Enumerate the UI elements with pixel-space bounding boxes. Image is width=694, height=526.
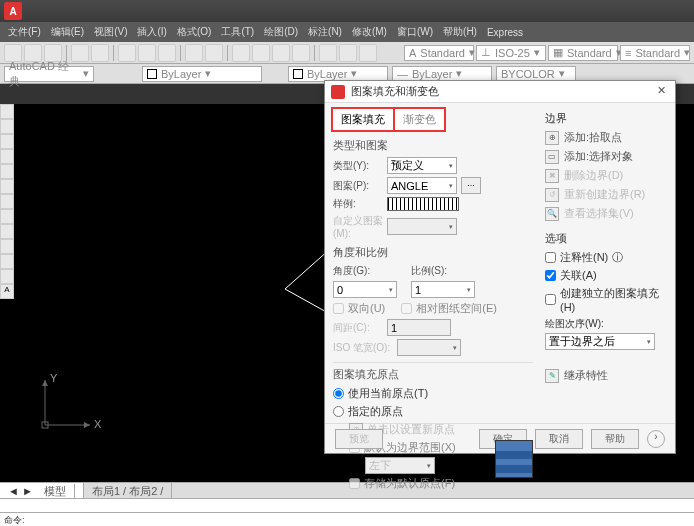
scale-dropdown[interactable]: 1▾ [411,281,475,298]
extents-dropdown: 左下▾ [365,457,435,474]
pick-icon: ⊕ [545,131,559,145]
tab-gradient[interactable]: 渐变色 [395,107,446,132]
pattern-browse-button[interactable]: ... [461,177,481,194]
inherit-button[interactable]: ✎继承特性 [545,368,667,383]
add-pickpoints-button[interactable]: ⊕添加:拾取点 [545,130,667,145]
dimstyle-dd[interactable]: ⊥ISO-25▾ [476,45,546,61]
workspace-dd[interactable]: AutoCAD 经典▾ [4,66,94,82]
tb-a[interactable] [319,44,337,62]
tb-copy[interactable] [138,44,156,62]
annotative-checkbox[interactable]: 注释性(N) ⓘ [545,250,667,265]
vt-line[interactable] [0,104,14,119]
preview-button: 预览 [335,429,383,449]
dialog-title: 图案填充和渐变色 [351,84,653,99]
mlstyle-dd[interactable]: ≡Standard▾ [620,45,690,61]
tab-layouts[interactable]: 布局1 / 布局2 / [84,483,173,498]
layer-btn1[interactable] [98,66,116,82]
menu-file[interactable]: 文件(F) [4,23,45,41]
tb-c[interactable] [359,44,377,62]
draworder-label: 绘图次序(W): [545,317,667,331]
color-btn[interactable] [266,66,284,82]
menu-draw[interactable]: 绘图(D) [260,23,302,41]
svg-marker-1 [84,422,90,428]
tb-b[interactable] [339,44,357,62]
standard-toolbar: AStandard▾ ⊥ISO-25▾ ▦Standard▾ ≡Standard… [0,42,694,64]
axis-y-label: Y [50,372,57,384]
expand-button[interactable]: › [647,430,665,448]
sample-swatch[interactable] [387,197,459,211]
command-line-1[interactable] [0,498,694,512]
tab-hatch[interactable]: 图案填充 [331,107,395,132]
radio-current-origin[interactable]: 使用当前原点(T) [333,386,533,401]
menu-express[interactable]: Express [483,25,527,40]
menu-help[interactable]: 帮助(H) [439,23,481,41]
vt-block[interactable] [0,269,14,284]
command-line-2[interactable]: 命令: [0,512,694,526]
help-button[interactable]: 帮助 [591,429,639,449]
layer-btn2[interactable] [120,66,138,82]
pattern-dropdown[interactable]: ANGLE▾ [387,177,457,194]
options-section: 选项 [545,231,667,246]
menu-modify[interactable]: 修改(M) [348,23,391,41]
section-angle: 角度和比例 [333,245,533,260]
menu-dim[interactable]: 标注(N) [304,23,346,41]
associative-checkbox[interactable]: 关联(A) [545,268,667,283]
menu-view[interactable]: 视图(V) [90,23,131,41]
vt-text[interactable] [0,239,14,254]
separate-checkbox[interactable]: 创建独立的图案填充(H) [545,286,667,313]
tab-model[interactable]: ◄ ► 模型 [0,483,84,498]
ucs-icon: X Y [30,370,100,442]
menu-window[interactable]: 窗口(W) [393,23,437,41]
remove-boundary-button: ✖删除边界(D) [545,168,667,183]
menu-edit[interactable]: 编辑(E) [47,23,88,41]
tb-zoom-win[interactable] [292,44,310,62]
tb-pan[interactable] [252,44,270,62]
boundary-section: 边界 [545,111,667,126]
origin-preview [495,440,533,478]
textstyle-dd[interactable]: AStandard▾ [404,45,474,61]
draworder-dropdown[interactable]: 置于边界之后▾ [545,333,655,350]
tb-paste[interactable] [158,44,176,62]
section-origin: 图案填充原点 [333,367,533,382]
recreate-boundary-button: ↺重新创建边界(R) [545,187,667,202]
tb-cut[interactable] [118,44,136,62]
sample-label: 样例: [333,197,383,211]
tb-redo[interactable] [205,44,223,62]
type-dropdown[interactable]: 预定义▾ [387,157,457,174]
layer-dd[interactable]: ByLayer▾ [142,66,262,82]
vt-ell[interactable] [0,194,14,209]
paper-checkbox: 相对图纸空间(E) [401,301,497,316]
select-icon: ▭ [545,150,559,164]
vt-dim[interactable] [0,254,14,269]
tb-zoom-ext[interactable] [272,44,290,62]
vt-pline[interactable] [0,119,14,134]
vt-spl[interactable] [0,209,14,224]
tablestyle-dd[interactable]: ▦Standard▾ [548,45,618,61]
angle-dropdown[interactable]: 0▾ [333,281,397,298]
vt-circle[interactable] [0,134,14,149]
radio-specified-origin[interactable]: 指定的原点 [333,404,533,419]
menu-tools[interactable]: 工具(T) [217,23,258,41]
menu-format[interactable]: 格式(O) [173,23,215,41]
main-menu: 文件(F) 编辑(E) 视图(V) 插入(I) 格式(O) 工具(T) 绘图(D… [0,22,694,42]
close-icon[interactable]: ✕ [653,84,669,100]
iso-label: ISO 笔宽(O): [333,341,393,355]
vt-arc[interactable] [0,149,14,164]
pattern-label: 图案(P): [333,179,383,193]
vt-a[interactable]: A [0,284,14,299]
view-icon: 🔍 [545,207,559,221]
vt-poly[interactable] [0,179,14,194]
cancel-button[interactable]: 取消 [535,429,583,449]
section-type: 类型和图案 [333,138,533,153]
menu-insert[interactable]: 插入(I) [133,23,170,41]
app-logo: A [4,2,22,20]
tb-undo[interactable] [185,44,203,62]
tb-preview[interactable] [91,44,109,62]
vt-rect[interactable] [0,164,14,179]
remove-icon: ✖ [545,169,559,183]
custom-dropdown: ▾ [387,218,457,235]
tb-zoom[interactable] [232,44,250,62]
add-select-button[interactable]: ▭添加:选择对象 [545,149,667,164]
dialog-titlebar[interactable]: 图案填充和渐变色 ✕ [325,81,675,103]
vt-hatch[interactable] [0,224,14,239]
